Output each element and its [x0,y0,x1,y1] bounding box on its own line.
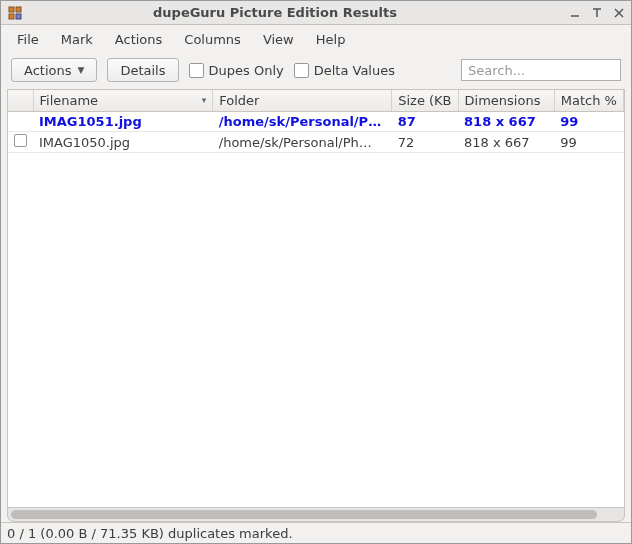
menu-view[interactable]: View [253,28,304,51]
search-input[interactable]: Search... [461,59,621,81]
menu-mark[interactable]: Mark [51,28,103,51]
cell-folder: /home/sk/Personal/Ph… [213,132,392,153]
menubar: File Mark Actions Columns View Help [1,25,631,53]
window-controls [569,7,625,19]
column-size[interactable]: Size (KB [392,90,458,112]
scrollbar-thumb[interactable] [11,510,597,519]
menu-help[interactable]: Help [306,28,356,51]
cell-filename: IMAG1051.jpg [33,112,213,132]
search-placeholder: Search... [468,63,525,78]
checkbox-icon [294,63,309,78]
results-table: Filename ▾ Folder Size (KB Dimensions Ma… [7,89,625,508]
cell-dimensions: 818 x 667 [458,132,554,153]
menu-file[interactable]: File [7,28,49,51]
table-row[interactable]: IMAG1051.jpg /home/sk/Personal/P… 87 818… [8,112,624,132]
actions-dropdown-button[interactable]: Actions ▼ [11,58,97,82]
maximize-button[interactable] [591,7,603,19]
delta-values-label: Delta Values [314,63,395,78]
chevron-down-icon: ▼ [78,65,85,75]
sort-indicator-icon: ▾ [202,95,207,105]
column-dimensions[interactable]: Dimensions [458,90,554,112]
table-row[interactable]: IMAG1050.jpg /home/sk/Personal/Ph… 72 81… [8,132,624,153]
actions-dropdown-label: Actions [24,63,72,78]
window-title: dupeGuru Picture Edition Results [0,5,569,20]
status-bar: 0 / 1 (0.00 B / 71.35 KB) duplicates mar… [1,522,631,543]
toolbar: Actions ▼ Details Dupes Only Delta Value… [1,53,631,87]
column-folder[interactable]: Folder [213,90,392,112]
row-mark-cell[interactable] [8,132,33,153]
horizontal-scrollbar[interactable] [7,508,625,522]
delta-values-toggle[interactable]: Delta Values [294,63,395,78]
row-mark-cell [8,112,33,132]
checkbox-icon [14,134,27,147]
cell-size: 87 [392,112,458,132]
cell-match: 99 [554,112,623,132]
checkbox-icon [189,63,204,78]
cell-size: 72 [392,132,458,153]
cell-filename: IMAG1050.jpg [33,132,213,153]
details-button[interactable]: Details [107,58,178,82]
titlebar: dupeGuru Picture Edition Results [1,1,631,25]
minimize-button[interactable] [569,7,581,19]
menu-actions[interactable]: Actions [105,28,173,51]
dupes-only-label: Dupes Only [209,63,284,78]
cell-folder: /home/sk/Personal/P… [213,112,392,132]
status-text: 0 / 1 (0.00 B / 71.35 KB) duplicates mar… [7,526,293,541]
window: dupeGuru Picture Edition Results File Ma… [0,0,632,544]
cell-match: 99 [554,132,623,153]
dupes-only-toggle[interactable]: Dupes Only [189,63,284,78]
close-button[interactable] [613,7,625,19]
table-header-row: Filename ▾ Folder Size (KB Dimensions Ma… [8,90,624,112]
menu-columns[interactable]: Columns [174,28,251,51]
column-filename[interactable]: Filename ▾ [33,90,213,112]
column-checkbox[interactable] [8,90,33,112]
column-match[interactable]: Match % [554,90,623,112]
cell-dimensions: 818 x 667 [458,112,554,132]
